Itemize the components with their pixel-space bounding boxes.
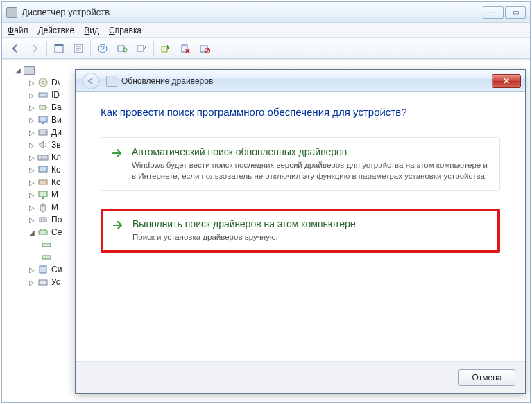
svg-point-13: [42, 82, 44, 84]
cancel-button-label: Отмена: [472, 373, 501, 383]
dialog-body: Как провести поиск программного обеспече…: [76, 92, 525, 361]
computer-icon: [24, 66, 35, 75]
controller-icon: [37, 177, 49, 188]
svg-rect-16: [46, 107, 47, 108]
dialog-titlebar[interactable]: Обновление драйверов ✕: [76, 70, 525, 92]
network-icon: [37, 227, 49, 238]
toolbar-forward-button[interactable]: [27, 41, 42, 56]
collapse-icon[interactable]: ◢: [15, 67, 21, 73]
menu-help[interactable]: Справка: [109, 26, 141, 35]
svg-rect-32: [42, 256, 51, 259]
svg-rect-31: [42, 243, 51, 247]
svg-rect-22: [39, 166, 47, 172]
option-browse-computer[interactable]: Выполнить поиск драйверов на этом компью…: [101, 209, 500, 253]
svg-rect-25: [42, 197, 44, 199]
toolbar-scan-button[interactable]: [114, 41, 130, 56]
svg-rect-33: [40, 266, 46, 273]
option-browse-title: Выполнить поиск драйверов на этом компью…: [132, 218, 488, 229]
svg-rect-27: [40, 218, 46, 222]
svg-rect-14: [39, 93, 47, 97]
toolbar-show-hidden-button[interactable]: [51, 41, 67, 56]
menu-file[interactable]: Файл: [8, 26, 28, 35]
hid-icon: [37, 276, 49, 288]
dm-title-icon: [6, 7, 17, 18]
dm-titlebar[interactable]: Диспетчер устройств ─ ▭: [2, 2, 530, 23]
network-adapter-icon: [41, 252, 52, 263]
audio-icon: [37, 139, 49, 150]
dm-menubar: Файл Действие Вид Справка: [2, 23, 530, 38]
toolbar-uninstall-button[interactable]: [178, 41, 193, 56]
toolbar-properties-button[interactable]: [71, 41, 86, 56]
ide-icon: [37, 89, 49, 100]
toolbar-help-button[interactable]: ?: [95, 41, 110, 56]
toolbar-back-button[interactable]: [8, 41, 23, 56]
svg-text:?: ?: [101, 45, 105, 53]
dm-toolbar: ?: [2, 38, 530, 59]
dialog-title-icon: [106, 76, 117, 87]
back-button[interactable]: [83, 73, 99, 89]
dialog-heading: Как провести поиск программного обеспече…: [101, 106, 500, 118]
display-icon: [37, 114, 49, 125]
dm-title: Диспетчер устройств: [22, 7, 483, 17]
arrow-right-icon: [112, 219, 124, 231]
svg-rect-17: [39, 116, 47, 122]
svg-point-28: [41, 219, 42, 220]
menu-action[interactable]: Действие: [38, 26, 75, 35]
dvd-icon: [37, 77, 49, 88]
dialog-footer: Отмена: [76, 361, 525, 393]
toolbar-scan-hw-button[interactable]: [134, 41, 149, 56]
battery-icon: [37, 102, 49, 113]
update-driver-dialog: Обновление драйверов ✕ Как провести поис…: [75, 69, 526, 394]
mouse-icon: [37, 202, 49, 213]
svg-point-6: [123, 48, 127, 52]
svg-rect-30: [39, 231, 47, 234]
svg-rect-23: [39, 180, 47, 184]
network-adapter-icon: [41, 239, 52, 250]
dm-maximize-button[interactable]: ▭: [505, 6, 526, 19]
svg-rect-7: [137, 46, 144, 51]
svg-rect-21: [38, 155, 48, 160]
option-browse-desc: Поиск и установка драйверов вручную.: [132, 232, 488, 243]
svg-rect-34: [39, 280, 47, 285]
toolbar-disable-button[interactable]: [197, 41, 212, 56]
keyboard-icon: [37, 152, 49, 163]
option-auto-search[interactable]: Автоматический поиск обновленных драйвер…: [101, 137, 500, 191]
svg-rect-24: [39, 191, 47, 197]
cancel-button[interactable]: Отмена: [458, 369, 515, 386]
svg-rect-8: [162, 46, 167, 52]
svg-rect-15: [40, 105, 46, 109]
svg-rect-9: [182, 45, 187, 52]
svg-point-29: [44, 219, 45, 220]
arrow-right-icon: [111, 147, 123, 159]
dialog-title: Обновление драйверов: [121, 76, 492, 86]
dm-minimize-button[interactable]: ─: [483, 6, 504, 19]
svg-rect-18: [42, 123, 44, 124]
toolbar-update-driver-button[interactable]: [158, 41, 173, 56]
option-auto-title: Автоматический поиск обновленных драйвер…: [132, 146, 488, 157]
monitor-icon: [37, 189, 49, 200]
close-button[interactable]: ✕: [492, 74, 521, 88]
disk-icon: [37, 127, 49, 138]
port-icon: [37, 214, 49, 225]
system-icon: [37, 264, 49, 275]
option-auto-desc: Windows будет вести поиск последних верс…: [132, 160, 488, 182]
menu-view[interactable]: Вид: [84, 26, 99, 35]
svg-rect-1: [55, 44, 63, 46]
computer-icon: [37, 164, 49, 175]
svg-point-20: [45, 132, 46, 133]
